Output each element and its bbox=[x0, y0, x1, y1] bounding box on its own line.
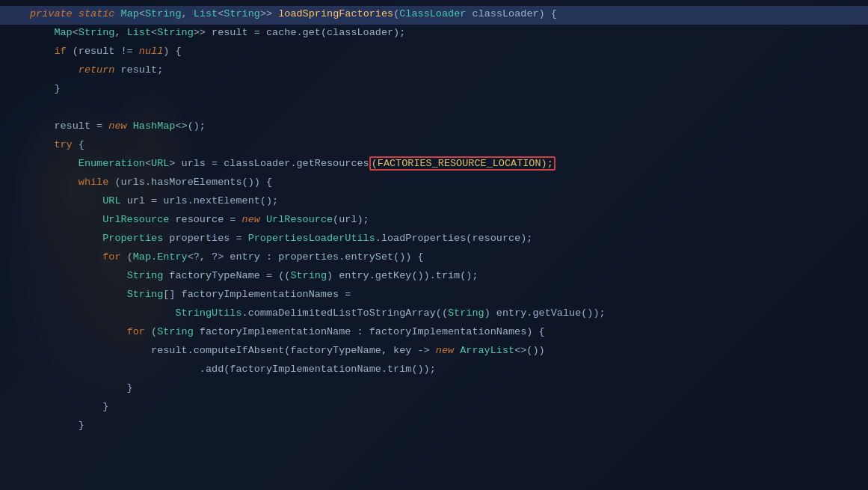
code-line-5: } bbox=[0, 81, 868, 99]
code-line-18: for (String factoryImplementationName : … bbox=[0, 324, 868, 343]
code-line-13: Properties properties = PropertiesLoader… bbox=[0, 230, 868, 249]
code-line-15: String factoryTypeName = ((String) entry… bbox=[0, 268, 868, 287]
code-line-10: while (urls.hasMoreElements()) { bbox=[0, 174, 868, 193]
line-content-19: result.computeIfAbsent(factoryTypeName, … bbox=[30, 343, 856, 359]
code-line-14: for (Map.Entry<?, ?> entry : properties.… bbox=[0, 249, 868, 268]
line-content-11: URL url = urls.nextElement(); bbox=[30, 193, 856, 209]
line-content-21: } bbox=[30, 380, 856, 396]
code-line-19: result.computeIfAbsent(factoryTypeName, … bbox=[0, 343, 868, 361]
code-panel[interactable]: private static Map<String, List<String>>… bbox=[0, 0, 868, 490]
code-line-11: URL url = urls.nextElement(); bbox=[0, 193, 868, 212]
line-content-14: for (Map.Entry<?, ?> entry : properties.… bbox=[30, 249, 856, 266]
code-line-8: try { bbox=[0, 137, 868, 156]
editor-container: private static Map<String, List<String>>… bbox=[0, 0, 868, 490]
line-content-3: if (result != null) { bbox=[30, 43, 856, 60]
line-content-13: Properties properties = PropertiesLoader… bbox=[30, 230, 856, 247]
code-line-17: StringUtils.commaDelimitedListToStringAr… bbox=[0, 305, 868, 324]
code-line-1: private static Map<String, List<String>>… bbox=[0, 6, 868, 25]
line-content-2: Map<String, List<String>> result = cache… bbox=[30, 25, 856, 41]
line-content-18: for (String factoryImplementationName : … bbox=[30, 324, 856, 340]
code-line-23: } bbox=[0, 417, 868, 436]
line-content-15: String factoryTypeName = ((String) entry… bbox=[30, 268, 856, 284]
line-content-12: UrlResource resource = new UrlResource(u… bbox=[30, 212, 856, 228]
line-content-7: result = new HashMap<>(); bbox=[30, 118, 856, 135]
code-line-21: } bbox=[0, 380, 868, 399]
line-content-8: try { bbox=[30, 137, 856, 153]
code-line-6 bbox=[0, 99, 868, 118]
line-content-9: Enumeration<URL> urls = classLoader.getR… bbox=[30, 156, 856, 172]
line-content-22: } bbox=[30, 399, 856, 415]
line-content-1: private static Map<String, List<String>>… bbox=[30, 6, 856, 22]
line-content-23: } bbox=[30, 417, 856, 434]
code-content: private static Map<String, List<String>>… bbox=[0, 0, 868, 442]
line-content-16: String[] factoryImplementationNames = bbox=[30, 287, 856, 303]
line-content-17: StringUtils.commaDelimitedListToStringAr… bbox=[30, 305, 856, 322]
line-content-20: .add(factoryImplementationName.trim()); bbox=[30, 361, 856, 378]
code-line-7: result = new HashMap<>(); bbox=[0, 118, 868, 137]
code-line-22: } bbox=[0, 399, 868, 417]
code-line-9: Enumeration<URL> urls = classLoader.getR… bbox=[0, 156, 868, 174]
code-line-2: Map<String, List<String>> result = cache… bbox=[0, 25, 868, 43]
line-content-6 bbox=[30, 99, 856, 116]
line-content-5: } bbox=[30, 81, 856, 97]
code-line-16: String[] factoryImplementationNames = bbox=[0, 287, 868, 305]
code-line-12: UrlResource resource = new UrlResource(u… bbox=[0, 212, 868, 230]
line-content-4: return result; bbox=[30, 62, 856, 79]
code-line-4: return result; bbox=[0, 62, 868, 81]
code-line-20: .add(factoryImplementationName.trim()); bbox=[0, 361, 868, 380]
code-line-3: if (result != null) { bbox=[0, 43, 868, 62]
line-content-10: while (urls.hasMoreElements()) { bbox=[30, 174, 856, 191]
